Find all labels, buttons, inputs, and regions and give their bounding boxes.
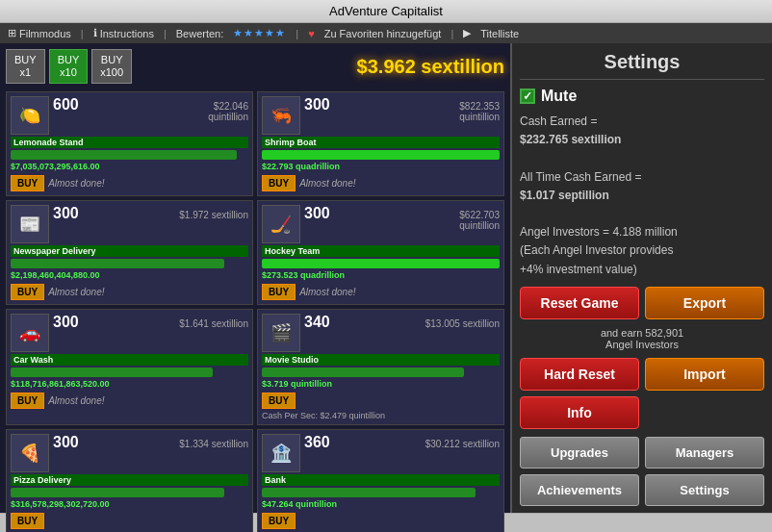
titelliste-label[interactable]: Titelliste: [480, 28, 519, 39]
shrimp-info: 300 $822.353quintillion: [304, 96, 500, 122]
pizza-info: 300 $1.334 sextillion: [53, 434, 248, 451]
bank-buy-button[interactable]: BUY: [262, 513, 296, 529]
movie-buy-button[interactable]: BUY: [262, 393, 296, 409]
all-time-value: $1.017 septillion: [520, 189, 609, 202]
buy-controls: BUY x1 BUY x10 BUY x100 $3.962 sextillio…: [6, 49, 504, 84]
carwash-progress: [11, 367, 213, 377]
window-title: AdVenture Capitalist: [329, 4, 443, 18]
shrimp-name: Shrimp Boat: [262, 137, 500, 148]
movie-cps: Cash Per Sec: $2.479 quintillion: [262, 411, 500, 420]
newspaper-value: $2,198,460,404,880.00: [11, 270, 248, 280]
cash-earned-value: $232.765 sextillion: [520, 133, 621, 146]
upgrades-button[interactable]: Upgrades: [520, 437, 639, 469]
lemonade-earning: $22.046quintillion: [208, 101, 248, 122]
bewerten-label: Bewerten:: [176, 28, 224, 39]
achievements-button[interactable]: Achievements: [520, 474, 639, 506]
newspaper-progress: [11, 259, 224, 268]
hockey-name: Hockey Team: [262, 245, 500, 257]
business-movie-studio: 🎬 340 $13.005 sextillion Movie Studio $3…: [257, 309, 504, 425]
info-button[interactable]: Info: [520, 396, 639, 429]
buy-x100-button[interactable]: BUY x100: [91, 49, 132, 84]
mute-row: ✓ Mute: [520, 88, 764, 105]
carwash-icon: 🚗: [11, 314, 49, 352]
business-hockey-team: 🏒 300 $622.703quintillion Hockey Team $2…: [257, 200, 504, 305]
pizza-count: 300: [53, 434, 79, 451]
lemonade-buy-button[interactable]: BUY: [11, 175, 44, 191]
filmmodus-icon: ⊞: [8, 27, 16, 39]
toolbar-instructions[interactable]: ℹ Instructions: [93, 27, 154, 39]
reset-game-button[interactable]: Reset Game: [520, 287, 639, 319]
filmmodus-label: Filmmodus: [19, 28, 71, 39]
favorites-label[interactable]: Zu Favoriten hinzugefügt: [324, 28, 442, 39]
export-button[interactable]: Export: [645, 287, 764, 319]
shrimp-count: 300: [304, 96, 330, 114]
import-btn[interactable]: Import: [645, 358, 764, 391]
managers-button[interactable]: Managers: [645, 437, 764, 469]
pizza-earning: $1.334 sextillion: [179, 439, 248, 449]
action-buttons: Reset Game Export: [520, 287, 764, 319]
business-lemonade-stand: 🍋 600 $22.046quintillion Lemonade Stand …: [6, 91, 253, 196]
pizza-buy-button[interactable]: BUY: [11, 513, 44, 529]
angel-info: Angel Investors = 4.188 million (Each An…: [520, 223, 764, 279]
bank-count: 360: [304, 434, 330, 451]
bank-value: $47.264 quintillion: [262, 499, 500, 509]
instructions-label: Instructions: [100, 28, 154, 39]
business-car-wash: 🚗 300 $1.641 sextillion Car Wash $118,71…: [6, 309, 253, 425]
carwash-buy-button[interactable]: BUY: [11, 393, 44, 409]
shrimp-status: Almost done!: [299, 178, 355, 189]
main-content: BUY x1 BUY x10 BUY x100 $3.962 sextillio…: [0, 43, 772, 513]
pizza-value: $316,578,298,302,720.00: [11, 499, 248, 509]
hockey-earning: $622.703quintillion: [459, 210, 500, 231]
bank-progress: [262, 488, 476, 497]
title-bar: AdVenture Capitalist: [0, 0, 772, 23]
mute-label: Mute: [541, 88, 577, 105]
business-pizza: 🍕 300 $1.334 sextillion Pizza Delivery $…: [6, 429, 253, 532]
lemonade-name: Lemonade Stand: [11, 137, 248, 148]
pizza-icon: 🍕: [11, 434, 49, 472]
lemonade-info: 600 $22.046quintillion: [53, 96, 248, 122]
shrimp-progress: [262, 150, 500, 160]
shrimp-icon: 🦐: [262, 96, 300, 135]
lemonade-value: $7,035,073,295,616.00: [11, 162, 248, 171]
newspaper-info: 300 $1.972 sextillion: [53, 205, 248, 222]
hockey-icon: 🏒: [262, 205, 300, 243]
movie-count: 340: [304, 314, 330, 331]
pizza-name: Pizza Delivery: [11, 474, 248, 486]
carwash-earning: $1.641 sextillion: [179, 318, 248, 329]
right-panel-settings: Settings ✓ Mute Cash Earned = $232.765 s…: [510, 43, 772, 513]
movie-name: Movie Studio: [262, 354, 500, 366]
hockey-count: 300: [304, 205, 330, 222]
shrimp-buy-button[interactable]: BUY: [262, 175, 296, 191]
mute-checkbox[interactable]: ✓: [520, 89, 535, 104]
buy-x10-button[interactable]: BUY x10: [49, 49, 89, 84]
left-panel: BUY x1 BUY x10 BUY x100 $3.962 sextillio…: [0, 43, 510, 513]
hockey-value: $273.523 quadrillion: [262, 270, 500, 280]
hockey-info: 300 $622.703quintillion: [304, 205, 500, 231]
hockey-buy-button[interactable]: BUY: [262, 284, 296, 300]
action-buttons-2: Hard Reset Import Info: [520, 358, 764, 429]
hockey-status: Almost done!: [299, 287, 355, 297]
newspaper-buy-button[interactable]: BUY: [11, 284, 44, 300]
buy-x1-button[interactable]: BUY x1: [6, 49, 45, 84]
settings-button[interactable]: Settings: [645, 474, 764, 506]
bottom-buttons: Upgrades Managers Achievements Settings: [520, 437, 764, 506]
stats-block: Cash Earned = $232.765 sextillion All Ti…: [520, 113, 764, 279]
carwash-name: Car Wash: [11, 354, 248, 366]
pizza-progress: [11, 488, 224, 497]
angel-earn-text: and earn 582,901 Angel Investors: [520, 327, 764, 350]
instructions-icon: ℹ: [93, 27, 97, 39]
lemonade-progress: [11, 150, 237, 160]
bank-info: 360 $30.212 sextillion: [304, 434, 500, 451]
toolbar: ⊞ Filmmodus | ℹ Instructions | Bewerten:…: [0, 23, 772, 43]
business-shrimp-boat: 🦐 300 $822.353quintillion Shrimp Boat $2…: [257, 91, 504, 196]
lemonade-count: 600: [53, 96, 79, 114]
hockey-progress: [262, 259, 500, 268]
titelliste-icon: ▶: [463, 27, 471, 39]
hard-reset-button[interactable]: Hard Reset: [520, 358, 639, 391]
movie-earning: $13.005 sextillion: [425, 318, 500, 329]
movie-value: $3.719 quintillion: [262, 379, 500, 389]
stars-rating[interactable]: ★★★★★: [233, 27, 286, 39]
bank-icon: 🏦: [262, 434, 300, 472]
shrimp-value: $22.793 quadrillion: [262, 162, 500, 171]
toolbar-filmmodus[interactable]: ⊞ Filmmodus: [8, 27, 71, 39]
